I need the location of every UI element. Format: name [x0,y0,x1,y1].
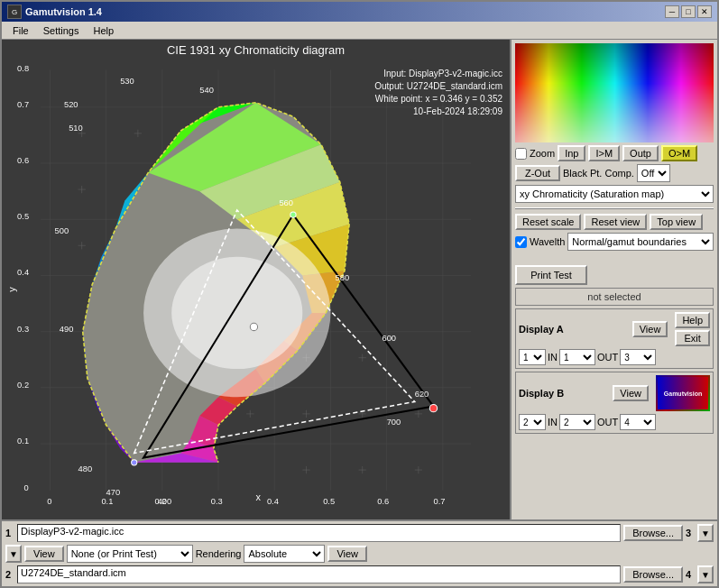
info-line2: Output: U2724DE_standard.icm [374,80,502,93]
svg-text:620: 620 [415,390,429,399]
svg-text:0: 0 [47,497,51,506]
row2-down-arrow[interactable]: ▼ [697,565,714,583]
ogtm-button[interactable]: O>M [661,145,697,161]
outp-button[interactable]: Outp [622,145,659,161]
bottom-area: 1 DisplayP3-v2-magic.icc Browse... 3 ▼ ▼… [2,519,717,586]
diagram-canvas: Input: DisplayP3-v2-magic.icc Output: U2… [2,60,510,519]
reset-row: Reset scale Reset view Top view [515,214,714,230]
svg-text:0.2: 0.2 [155,497,167,506]
display-b-out-select[interactable]: 4 [620,414,656,430]
z-out-button[interactable]: Z-Out [515,165,560,181]
black-pt-select[interactable]: Off [637,164,670,182]
view-type-select[interactable]: xy Chromaticity (Saturation map) [515,185,714,203]
row2-browse-button[interactable]: Browse... [623,566,683,583]
menu-file[interactable]: File [5,23,36,38]
wavelength-label: Wavelth [530,236,565,247]
exit-button[interactable]: Exit [675,330,710,346]
menu-help[interactable]: Help [86,23,121,38]
close-button[interactable]: ✕ [697,5,712,18]
display-b-section: Display B View Gamutvision 2 IN 2 OUT [515,372,714,434]
diagram-title: CIE 1931 xy Chromaticity diagram [2,40,510,60]
display-a-view-button[interactable]: View [632,321,668,337]
display-a-section: Display A View Help Exit 1 IN 1 OUT [515,308,714,369]
display-a-header: Display A View Help Exit [519,312,710,346]
info-line3: White point: x = 0.346 y = 0.352 [374,93,502,106]
svg-text:520: 520 [64,100,78,109]
print-test-button[interactable]: Print Test [515,265,587,285]
svg-text:0.3: 0.3 [17,325,29,334]
svg-text:490: 490 [60,325,74,334]
display-b-in-label: IN [548,417,558,427]
row1-down-arrow[interactable]: ▼ [697,524,714,542]
svg-point-124 [429,405,437,412]
svg-text:560: 560 [279,198,293,207]
black-pt-label: Black Pt. Comp. [563,168,634,179]
reset-view-button[interactable]: Reset view [584,214,647,230]
display-b-view-button[interactable]: View [613,385,649,401]
row2-num-right: 4 [686,569,695,580]
right-panel: Zoom Inp I>M Outp O>M Z-Out Black Pt. Co… [510,40,717,519]
row2-num: 2 [5,569,14,580]
zoom-label: Zoom [530,148,555,159]
row1-num-right: 3 [686,528,695,538]
igtm-button[interactable]: I>M [588,145,620,161]
rendering-label: Rendering [196,548,242,559]
svg-text:700: 700 [387,418,401,427]
maximize-button[interactable]: □ [681,5,696,18]
svg-text:0.7: 0.7 [17,100,29,109]
left-arrow-view[interactable]: ▼ [5,545,22,563]
svg-text:0.1: 0.1 [17,436,29,446]
svg-text:0.2: 0.2 [17,381,29,390]
svg-text:480: 480 [78,464,93,473]
svg-point-87 [171,257,302,369]
svg-text:580: 580 [336,273,350,282]
reset-scale-button[interactable]: Reset scale [515,214,581,230]
rendering-select[interactable]: Absolute [244,545,325,563]
svg-text:0.4: 0.4 [267,497,279,506]
minimize-button[interactable]: ─ [665,5,679,18]
zoom-row: Zoom Inp I>M Outp O>M [515,145,714,161]
display-a-out-select[interactable]: 3 [620,349,656,365]
menu-settings[interactable]: Settings [36,23,87,38]
svg-text:0.6: 0.6 [17,156,29,165]
view-left-button[interactable]: View [24,546,64,562]
zoom-checkbox[interactable] [515,148,527,160]
top-view-button[interactable]: Top view [650,214,703,230]
display-b-num-select[interactable]: 2 [519,414,546,430]
row1-browse-button[interactable]: Browse... [623,525,683,541]
wavelength-select[interactable]: Normal/gamut boundaries [567,233,714,251]
row1-profile-display: DisplayP3-v2-magic.icc [17,524,621,542]
title-bar: G Gamutvision 1.4 ─ □ ✕ [2,2,717,22]
svg-text:470: 470 [106,488,121,497]
print-test-row: Print Test [515,265,714,285]
gamutvision-logo: Gamutvision [656,375,710,411]
title-bar-buttons: ─ □ ✕ [665,5,712,18]
not-selected-box: not selected [515,288,714,306]
svg-point-122 [132,460,137,465]
display-a-out-label: OUT [597,352,618,363]
wavelength-checkbox[interactable] [515,236,527,248]
info-line1: Input: DisplayP3-v2-magic.icc [374,68,502,80]
rendering-row: ▼ View None (or Print Test) Rendering Ab… [5,545,714,563]
none-print-select[interactable]: None (or Print Test) [67,545,193,563]
display-a-in-select[interactable]: 1 [559,349,595,365]
display-b-in-select[interactable]: 2 [559,414,595,430]
display-a-label: Display A [519,324,564,335]
view-right-button[interactable]: View [327,546,367,562]
row2-profile-display: U2724DE_standard.icm [17,565,621,583]
svg-point-123 [290,212,296,217]
svg-text:0.8: 0.8 [17,64,29,73]
color-preview [515,43,714,142]
svg-text:0: 0 [23,483,28,492]
x-axis-label: x [256,492,262,502]
main-content: CIE 1931 xy Chromaticity diagram Input: … [2,40,717,519]
view-select-row: xy Chromaticity (Saturation map) [515,185,714,203]
svg-text:500: 500 [55,226,69,235]
app-icon: G [7,5,22,19]
svg-point-90 [250,323,257,330]
zout-row: Z-Out Black Pt. Comp. Off [515,164,714,182]
inp-button[interactable]: Inp [558,145,585,161]
bottom-row-1: 1 DisplayP3-v2-magic.icc Browse... 3 ▼ [5,524,714,542]
help-button[interactable]: Help [675,312,710,328]
display-a-num-select[interactable]: 1 [519,349,546,365]
